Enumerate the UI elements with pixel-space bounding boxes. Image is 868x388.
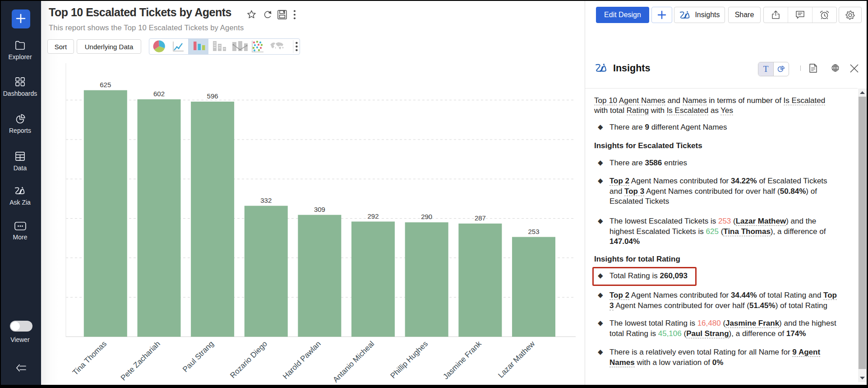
svg-text:602: 602	[153, 90, 165, 98]
svg-text:Pete Zachariah: Pete Zachariah	[119, 339, 162, 382]
svg-text:Harold Pawlan: Harold Pawlan	[281, 339, 323, 381]
svg-text:Antanio Micheal: Antanio Micheal	[331, 339, 376, 384]
svg-text:253: 253	[528, 228, 539, 235]
svg-text:332: 332	[260, 196, 272, 204]
svg-text:596: 596	[207, 92, 218, 100]
svg-text:290: 290	[421, 213, 432, 220]
svg-text:Rozario Diego: Rozario Diego	[229, 339, 269, 380]
svg-text:292: 292	[367, 212, 379, 220]
svg-text:Phillip Hughes: Phillip Hughes	[389, 339, 429, 380]
svg-text:Jasmine Frank: Jasmine Frank	[441, 339, 483, 381]
svg-text:Tina Thomas: Tina Thomas	[71, 339, 108, 377]
svg-text:Paul Strang: Paul Strang	[181, 339, 215, 374]
svg-text:625: 625	[100, 81, 111, 89]
svg-text:Lazar Mathew: Lazar Mathew	[496, 339, 536, 379]
svg-text:309: 309	[314, 206, 325, 213]
svg-text:287: 287	[475, 214, 486, 222]
